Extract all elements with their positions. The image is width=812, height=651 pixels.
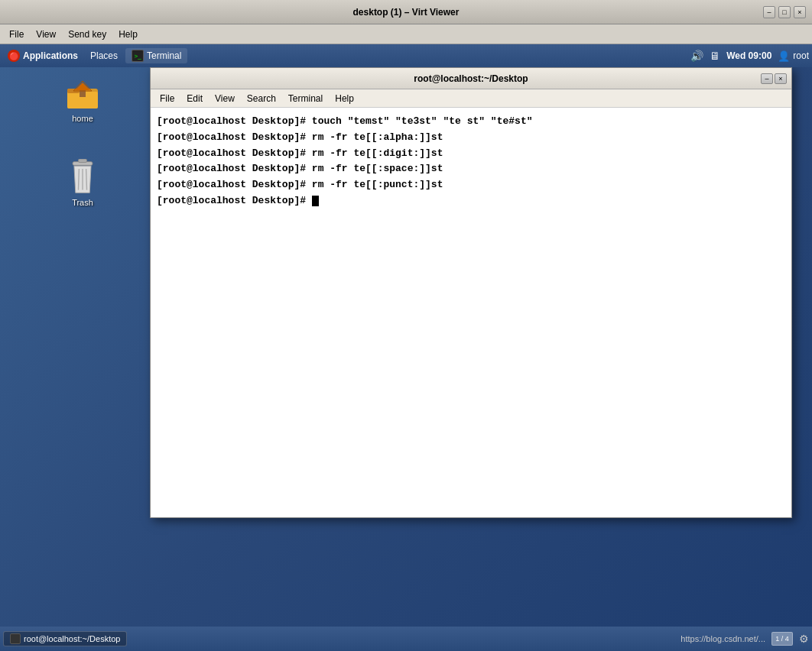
terminal-minimize-button[interactable]: – <box>761 73 773 84</box>
terminal-cursor <box>312 196 319 206</box>
terminal-line-5: [root@localhost Desktop]# rm -fr te[[:pu… <box>157 177 785 193</box>
user-icon: 👤 <box>778 50 790 62</box>
trash-icon[interactable]: Trash <box>52 159 113 208</box>
panel-right: 🔊 🖥 Wed 09:00 👤 root <box>690 50 809 62</box>
menu-view[interactable]: View <box>30 28 62 41</box>
display-icon[interactable]: 🖥 <box>710 50 720 62</box>
terminal-line-2: [root@localhost Desktop]# rm -fr te[[:al… <box>157 130 785 146</box>
taskbar-right: https://blog.csdn.net/... 1 / 4 ⚙ <box>680 632 809 646</box>
close-button[interactable]: × <box>794 6 806 18</box>
user-label: root <box>793 50 809 61</box>
gnome-panel: 🔴 Applications Places >_ Terminal 🔊 🖥 We… <box>0 44 812 67</box>
trash-label: Trash <box>70 197 96 208</box>
app-menu-bar: File View Send key Help <box>0 24 812 44</box>
terminal-menu-edit[interactable]: Edit <box>180 92 209 105</box>
terminal-title-bar: root@localhost:~/Desktop – × <box>151 68 791 89</box>
terminal-close-button[interactable]: × <box>775 73 787 84</box>
taskbar: root@localhost:~/Desktop https://blog.cs… <box>0 627 812 651</box>
terminal-menu-terminal[interactable]: Terminal <box>282 92 329 105</box>
terminal-menu-view[interactable]: View <box>209 92 241 105</box>
taskbar-terminal-button[interactable]: root@localhost:~/Desktop <box>3 631 127 646</box>
applications-menu[interactable]: 🔴 Applications <box>3 48 83 63</box>
places-menu[interactable]: Places <box>84 49 124 63</box>
terminal-menu-bar: File Edit View Search Terminal Help <box>151 89 791 108</box>
panel-user-menu[interactable]: 👤 root <box>778 50 809 62</box>
terminal-panel-label: Terminal <box>147 50 181 61</box>
terminal-line-6: [root@localhost Desktop]# <box>157 193 785 209</box>
terminal-line-1: [root@localhost Desktop]# touch "temst" … <box>157 114 785 130</box>
taskbar-terminal-icon <box>10 633 21 644</box>
pager-display[interactable]: 1 / 4 <box>771 632 793 646</box>
terminal-window-controls: – × <box>761 73 787 84</box>
terminal-menu-help[interactable]: Help <box>329 92 360 105</box>
terminal-panel-button[interactable]: >_ Terminal <box>125 48 187 63</box>
menu-file[interactable]: File <box>3 28 30 41</box>
title-bar: desktop (1) – Virt Viewer – □ × <box>0 0 812 24</box>
taskbar-url: https://blog.csdn.net/... <box>680 634 765 643</box>
home-folder-icon <box>64 75 101 112</box>
terminal-menu-search[interactable]: Search <box>241 92 282 105</box>
window-title: desktop (1) – Virt Viewer <box>353 7 460 18</box>
menu-help[interactable]: Help <box>112 28 144 41</box>
terminal-line-4: [root@localhost Desktop]# rm -fr te[[:sp… <box>157 161 785 177</box>
svg-line-10 <box>86 169 87 190</box>
terminal-menu-file[interactable]: File <box>154 92 180 105</box>
applications-icon: 🔴 <box>8 50 20 62</box>
maximize-button[interactable]: □ <box>778 6 791 18</box>
menu-sendkey[interactable]: Send key <box>62 28 112 41</box>
svg-line-8 <box>78 169 79 190</box>
desktop: home Trash root@localhost:~/Desktop – <box>0 67 812 627</box>
panel-left: 🔴 Applications Places >_ Terminal <box>3 48 187 63</box>
places-label: Places <box>90 50 118 61</box>
terminal-small-icon: >_ <box>132 50 144 62</box>
window-controls: – □ × <box>763 6 806 18</box>
home-label: home <box>70 113 96 124</box>
terminal-window: root@localhost:~/Desktop – × File Edit V… <box>150 67 792 518</box>
applications-label: Applications <box>23 50 78 61</box>
home-icon[interactable]: home <box>52 75 113 124</box>
pager: 1 / 4 <box>771 632 793 646</box>
terminal-title: root@localhost:~/Desktop <box>414 73 528 84</box>
minimize-button[interactable]: – <box>763 6 775 18</box>
trash-bin-icon <box>64 159 101 196</box>
terminal-body[interactable]: [root@localhost Desktop]# touch "temst" … <box>151 108 791 517</box>
taskbar-settings-icon[interactable]: ⚙ <box>799 633 809 645</box>
sound-icon[interactable]: 🔊 <box>690 50 703 62</box>
panel-clock: Wed 09:00 <box>726 50 771 61</box>
terminal-line-3: [root@localhost Desktop]# rm -fr te[[:di… <box>157 146 785 162</box>
taskbar-terminal-label: root@localhost:~/Desktop <box>24 634 120 643</box>
svg-rect-7 <box>78 159 86 163</box>
